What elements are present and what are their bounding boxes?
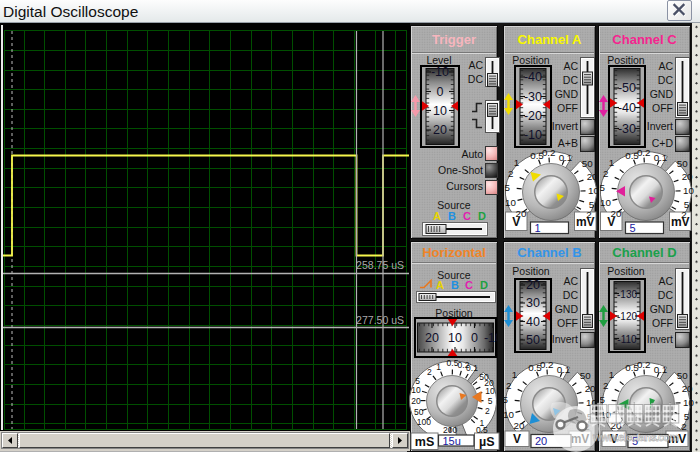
- svg-text:2: 2: [508, 168, 513, 179]
- svg-text:mV: mV: [670, 215, 689, 229]
- svg-text:10: 10: [587, 185, 598, 196]
- svg-text:20: 20: [681, 171, 692, 182]
- svg-text:5: 5: [599, 182, 605, 193]
- svg-text:-40: -40: [617, 101, 635, 115]
- svg-text:20: 20: [425, 331, 439, 345]
- svg-text:-40: -40: [523, 70, 541, 84]
- svg-text:5: 5: [504, 182, 510, 193]
- svg-text:1: 1: [436, 361, 441, 371]
- svg-text:10: 10: [411, 384, 421, 394]
- svg-text:10: 10: [485, 385, 495, 395]
- svg-text:1: 1: [534, 222, 540, 234]
- svg-text:2: 2: [603, 168, 608, 179]
- svg-text:-130: -130: [616, 289, 636, 300]
- svg-text:100: 100: [416, 417, 430, 427]
- svg-text:10: 10: [433, 104, 447, 118]
- svg-text:50: 50: [413, 407, 423, 417]
- svg-text:0: 0: [471, 331, 478, 345]
- svg-text:1: 1: [608, 157, 613, 168]
- svg-text:-50: -50: [617, 81, 635, 95]
- svg-text:-120: -120: [616, 311, 636, 322]
- svg-text:10: 10: [505, 197, 516, 208]
- svg-text:20: 20: [526, 278, 540, 292]
- svg-text:20: 20: [515, 208, 526, 219]
- svg-text:50: 50: [581, 158, 592, 169]
- svg-text:mS: mS: [414, 434, 433, 448]
- svg-text:10: 10: [682, 185, 693, 196]
- svg-text:50: 50: [676, 158, 687, 169]
- svg-text:0: 0: [436, 85, 443, 99]
- svg-text:5: 5: [487, 396, 492, 406]
- svg-text:-10: -10: [484, 331, 497, 345]
- svg-text:20: 20: [433, 123, 447, 137]
- svg-text:www.elecfans.com: www.elecfans.com: [592, 431, 679, 443]
- svg-text:2: 2: [427, 366, 432, 376]
- svg-text:10: 10: [600, 197, 611, 208]
- svg-text:1: 1: [513, 157, 518, 168]
- svg-text:2: 2: [484, 405, 489, 415]
- svg-text:15u: 15u: [442, 434, 460, 446]
- svg-text:0.5: 0.5: [475, 425, 487, 435]
- svg-text:µS: µS: [478, 434, 494, 448]
- svg-text:mV: mV: [575, 215, 594, 229]
- svg-text:0.1: 0.1: [466, 363, 478, 373]
- svg-text:30: 30: [526, 296, 540, 310]
- svg-text:5: 5: [629, 222, 635, 234]
- svg-text:258.75 uS: 258.75 uS: [356, 259, 404, 271]
- svg-text:0.2: 0.2: [636, 147, 650, 158]
- svg-text:2: 2: [681, 209, 686, 220]
- svg-text:40: 40: [526, 315, 540, 329]
- svg-text:0.2: 0.2: [541, 147, 555, 158]
- svg-text:20: 20: [411, 396, 421, 406]
- svg-text:0.1: 0.1: [653, 152, 667, 163]
- svg-text:0.1: 0.1: [558, 152, 572, 163]
- svg-text:277.50 uS: 277.50 uS: [356, 314, 404, 326]
- svg-text:10: 10: [448, 331, 462, 345]
- svg-text:2: 2: [586, 209, 591, 220]
- svg-text:20: 20: [610, 208, 621, 219]
- svg-text:20: 20: [586, 171, 597, 182]
- svg-text:5: 5: [415, 375, 420, 385]
- svg-text:-30: -30: [523, 90, 541, 104]
